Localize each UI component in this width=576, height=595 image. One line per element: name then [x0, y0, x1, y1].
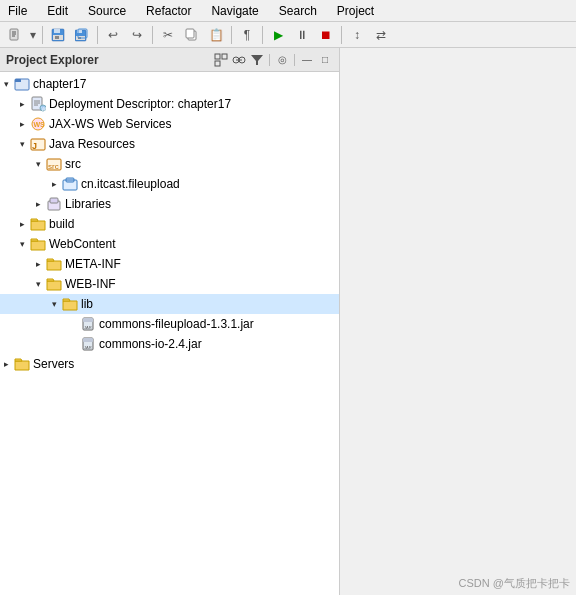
menu-search[interactable]: Search	[275, 2, 321, 20]
save-all-button[interactable]	[71, 25, 93, 45]
toggle-jaxws[interactable]	[16, 118, 28, 130]
jar-icon-1: JAR	[80, 316, 96, 332]
tree-node-chapter17[interactable]: chapter17	[0, 74, 339, 94]
menu-file[interactable]: File	[4, 2, 31, 20]
svg-text:W: W	[42, 106, 47, 112]
tree-node-jaxws[interactable]: WS JAX-WS Web Services	[0, 114, 339, 134]
copy-button[interactable]	[181, 25, 203, 45]
toggle-lib[interactable]	[48, 298, 60, 310]
panel-title: Project Explorer	[6, 53, 99, 67]
tree-node-webcontent[interactable]: WebContent	[0, 234, 339, 254]
separator-2	[97, 26, 98, 44]
print-button[interactable]: ¶	[236, 25, 258, 45]
pause-button[interactable]: ⏸	[291, 25, 313, 45]
node-label-webcontent: WebContent	[49, 237, 116, 251]
tree-node-servers[interactable]: Servers	[0, 354, 339, 374]
next-button[interactable]: ⇄	[370, 25, 392, 45]
panel-header-actions: ◎ — □	[213, 52, 333, 68]
menu-project[interactable]: Project	[333, 2, 378, 20]
tree-node-src[interactable]: src src	[0, 154, 339, 174]
separator-5	[262, 26, 263, 44]
undo-button[interactable]: ↩	[102, 25, 124, 45]
toggle-deployment[interactable]	[16, 98, 28, 110]
tree-node-build[interactable]: build	[0, 214, 339, 234]
menu-refactor[interactable]: Refactor	[142, 2, 195, 20]
new-dropdown-btn[interactable]: ▾	[28, 25, 38, 45]
build-icon	[30, 216, 46, 232]
toggle-commons-io	[64, 338, 78, 350]
toggle-package[interactable]	[48, 178, 60, 190]
save-button[interactable]	[47, 25, 69, 45]
lib-folder-icon	[62, 296, 78, 312]
node-label-commons-fileupload: commons-fileupload-1.3.1.jar	[99, 317, 254, 331]
tree-node-commons-fileupload[interactable]: JAR commons-fileupload-1.3.1.jar	[0, 314, 339, 334]
menu-source[interactable]: Source	[84, 2, 130, 20]
webcontent-icon	[30, 236, 46, 252]
run-button[interactable]: ▶	[267, 25, 289, 45]
toggle-meta-inf[interactable]	[32, 258, 44, 270]
tree-node-libraries[interactable]: Libraries	[0, 194, 339, 214]
tree-node-lib[interactable]: lib	[0, 294, 339, 314]
node-label-build: build	[49, 217, 74, 231]
filter-button[interactable]	[249, 52, 265, 68]
paste-button[interactable]: 📋	[205, 25, 227, 45]
maximize-button[interactable]: □	[317, 52, 333, 68]
redo-button[interactable]: ↪	[126, 25, 148, 45]
node-label-package: cn.itcast.fileupload	[81, 177, 180, 191]
node-label-chapter17: chapter17	[33, 77, 86, 91]
toggle-libraries[interactable]	[32, 198, 44, 210]
toggle-commons-fileupload	[64, 318, 78, 330]
right-panel: CSDN @气质把卡把卡	[340, 48, 576, 595]
svg-rect-23	[15, 79, 21, 82]
separator-6	[341, 26, 342, 44]
node-label-lib: lib	[81, 297, 93, 311]
watermark: CSDN @气质把卡把卡	[459, 576, 570, 591]
view-menu-button[interactable]: ◎	[274, 52, 290, 68]
toggle-web-inf[interactable]	[32, 278, 44, 290]
header-separator2	[294, 54, 295, 66]
tree-node-meta-inf[interactable]: META-INF	[0, 254, 339, 274]
collapse-all-button[interactable]	[213, 52, 229, 68]
project-icon	[14, 76, 30, 92]
svg-rect-16	[222, 54, 227, 59]
node-label-web-inf: WEB-INF	[65, 277, 116, 291]
separator-3	[152, 26, 153, 44]
cut-button[interactable]: ✂	[157, 25, 179, 45]
stop-button[interactable]: ⏹	[315, 25, 337, 45]
svg-rect-17	[215, 61, 220, 66]
tree-node-web-inf[interactable]: WEB-INF	[0, 274, 339, 294]
sync-button[interactable]: ↕	[346, 25, 368, 45]
toggle-servers[interactable]	[0, 358, 12, 370]
header-separator	[269, 54, 270, 66]
svg-rect-45	[83, 338, 93, 342]
menu-navigate[interactable]: Navigate	[207, 2, 262, 20]
toggle-chapter17[interactable]	[0, 78, 12, 90]
toggle-java-resources[interactable]	[16, 138, 28, 150]
tree-node-java-resources[interactable]: J Java Resources	[0, 134, 339, 154]
toggle-src[interactable]	[32, 158, 44, 170]
node-label-meta-inf: META-INF	[65, 257, 121, 271]
tree-node-package[interactable]: cn.itcast.fileupload	[0, 174, 339, 194]
main-layout: Project Explorer	[0, 48, 576, 595]
node-label-java-resources: Java Resources	[49, 137, 135, 151]
toggle-webcontent[interactable]	[16, 238, 28, 250]
toggle-build[interactable]	[16, 218, 28, 230]
minimize-button[interactable]: —	[299, 52, 315, 68]
tree-node-deployment[interactable]: W Deployment Descriptor: chapter17	[0, 94, 339, 114]
toolbar: ▾ ↩ ↪ ✂ 📋 ¶ ▶ ⏸ ⏹ ↕ ⇄	[0, 22, 576, 48]
svg-marker-21	[251, 55, 263, 65]
separator-1	[42, 26, 43, 44]
meta-inf-icon	[46, 256, 62, 272]
new-button[interactable]	[4, 25, 26, 45]
svg-text:JAR: JAR	[84, 345, 92, 350]
svg-text:src: src	[48, 162, 59, 171]
src-icon: src	[46, 156, 62, 172]
svg-rect-7	[55, 36, 59, 39]
java-resources-icon: J	[30, 136, 46, 152]
webservice-icon: WS	[30, 116, 46, 132]
menu-edit[interactable]: Edit	[43, 2, 72, 20]
svg-rect-15	[215, 54, 220, 59]
link-with-editor-button[interactable]	[231, 52, 247, 68]
project-tree: chapter17 W Deployment Descriptor:	[0, 72, 339, 595]
tree-node-commons-io[interactable]: JAR commons-io-2.4.jar	[0, 334, 339, 354]
